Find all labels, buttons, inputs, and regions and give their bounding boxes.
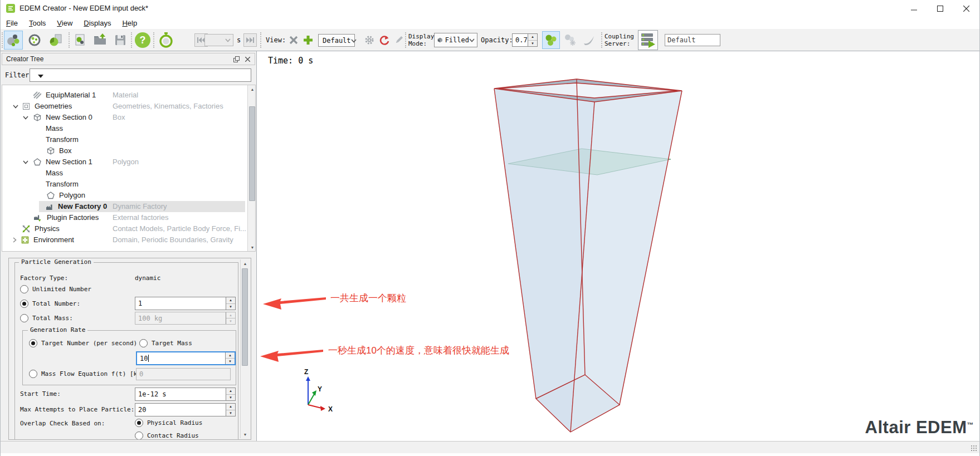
- coupling-server-input[interactable]: Default: [665, 34, 720, 46]
- menu-file[interactable]: File: [1, 18, 23, 28]
- mass-flow-field[interactable]: 0: [136, 368, 231, 380]
- scroll-up-arrow[interactable]: ▲: [241, 259, 250, 267]
- scrollbar-thumb[interactable]: [242, 268, 248, 366]
- display-mode-combo[interactable]: Filled: [434, 33, 477, 47]
- close-icon: [963, 6, 969, 12]
- view-reset-button[interactable]: [378, 33, 391, 47]
- close-button[interactable]: [953, 0, 979, 17]
- edem-creator-window: EDEM Creator - New EDEM input deck* File…: [0, 0, 980, 456]
- toolbar-gripper[interactable]: [601, 32, 602, 48]
- total-mass-field[interactable]: 100 kg ▲▼: [135, 312, 236, 325]
- unlimited-number-radio[interactable]: [20, 285, 28, 293]
- total-mass-spin-buttons[interactable]: ▲▼: [226, 312, 235, 324]
- minimize-button[interactable]: [901, 0, 927, 17]
- simulation-time-button[interactable]: [157, 31, 175, 50]
- resize-grip[interactable]: [971, 445, 977, 452]
- float-panel-button[interactable]: [232, 55, 241, 64]
- time-step-combo[interactable]: [204, 34, 233, 46]
- tree-item-transform[interactable]: Transform: [2, 134, 246, 145]
- minimize-icon: [911, 6, 917, 12]
- total-mass-radio[interactable]: [20, 314, 28, 322]
- simulation-time-display: Time: 0 s: [268, 56, 313, 66]
- creator-icon: [6, 33, 21, 47]
- filter-combo[interactable]: [30, 68, 251, 82]
- tree-item-mass[interactable]: Mass: [2, 168, 246, 179]
- generation-rate-field[interactable]: 10 ▲▼: [136, 351, 236, 365]
- view-preset-combo[interactable]: Default: [318, 34, 355, 47]
- factory-type-label: Factory Type:: [20, 274, 68, 282]
- frozen-particles-icon: [563, 33, 577, 47]
- tree-scrollbar[interactable]: ▲ ▼: [247, 85, 256, 251]
- toolbar-gripper[interactable]: [131, 32, 132, 48]
- help-button[interactable]: ?: [133, 31, 152, 50]
- tree-item-plugin-factories[interactable]: Plugin Factories External factories: [2, 212, 246, 223]
- tree-item-transform[interactable]: Transform: [2, 179, 246, 190]
- tree-item-new-section-0[interactable]: New Section 0 Box: [2, 112, 246, 123]
- tree-item-box[interactable]: Box: [2, 145, 246, 156]
- tree-item-physics[interactable]: Physics Contact Models, Particle Body Fo…: [2, 223, 246, 234]
- coupling-server-button[interactable]: [638, 30, 658, 50]
- scroll-down-arrow[interactable]: ▼: [248, 243, 256, 251]
- filter-label: Filter:: [5, 71, 33, 79]
- unlimited-number-label: Unlimited Number: [32, 286, 91, 293]
- clear-particles-button[interactable]: [580, 31, 598, 49]
- tree-item-new-section-1[interactable]: New Section 1 Polygon: [2, 156, 246, 168]
- toolbar-gripper[interactable]: [2, 32, 3, 48]
- view-delete-button[interactable]: [287, 33, 300, 47]
- view-settings-button[interactable]: [363, 33, 376, 47]
- scroll-down-arrow[interactable]: ▼: [241, 430, 250, 438]
- tree-item-geometries[interactable]: Geometries Geometries, Kinematics, Facto…: [2, 101, 246, 112]
- total-number-radio[interactable]: [20, 300, 28, 308]
- physical-radius-radio[interactable]: [135, 419, 143, 427]
- view-add-button[interactable]: [301, 33, 315, 47]
- start-time-field[interactable]: 1e-12 s ▲▼: [135, 388, 236, 401]
- close-icon: [245, 57, 250, 62]
- tree-item-mass[interactable]: Mass: [2, 123, 246, 134]
- simulator-mode-button[interactable]: [25, 31, 44, 50]
- close-panel-button[interactable]: [243, 55, 252, 64]
- opacity-spin-buttons[interactable]: ▲▼: [528, 34, 537, 46]
- menu-help[interactable]: Help: [116, 18, 143, 28]
- new-deck-icon: [73, 33, 87, 47]
- max-attempts-spin-buttons[interactable]: ▲▼: [226, 404, 235, 416]
- toolbar-gripper[interactable]: [153, 32, 154, 48]
- total-number-spin-buttons[interactable]: ▲▼: [226, 297, 235, 310]
- toolbar-gripper[interactable]: [69, 32, 70, 48]
- start-time-spin-buttons[interactable]: ▲▼: [226, 388, 235, 400]
- analyst-mode-button[interactable]: [46, 31, 65, 50]
- menu-displays[interactable]: Displays: [78, 18, 116, 28]
- creator-mode-button[interactable]: [4, 31, 23, 50]
- tree-item-polygon[interactable]: Polygon: [2, 190, 246, 201]
- new-deck-button[interactable]: [71, 31, 90, 50]
- cube-icon: [437, 36, 443, 44]
- creator-tree-header[interactable]: Creator Tree: [2, 53, 255, 65]
- generation-rate-spin-buttons[interactable]: ▲▼: [225, 352, 235, 364]
- menu-tools[interactable]: Tools: [23, 18, 51, 28]
- mass-flow-radio[interactable]: [29, 370, 37, 378]
- toolbar-gripper[interactable]: [260, 32, 261, 48]
- contact-radius-radio[interactable]: [135, 432, 143, 440]
- target-number-radio[interactable]: [29, 339, 37, 347]
- tree-item-equipmaterial[interactable]: EquipMaterial 1 Material: [2, 90, 246, 101]
- toolbar: ? s View:: [1, 29, 979, 51]
- show-particles-button[interactable]: [542, 31, 560, 49]
- view-edit-button[interactable]: [392, 33, 406, 47]
- freeze-particles-button[interactable]: [561, 31, 579, 49]
- target-mass-radio[interactable]: [139, 339, 148, 347]
- target-number-label: Target Number (per second): [41, 340, 137, 347]
- save-button[interactable]: [111, 31, 130, 50]
- opacity-spinbox[interactable]: 0.7 ▲▼: [512, 33, 538, 47]
- toolbar-gripper[interactable]: [405, 32, 406, 48]
- tree-item-environment[interactable]: Environment Domain, Periodic Boundaries,…: [2, 234, 246, 246]
- particle-panel-scrollbar[interactable]: ▲ ▼: [240, 259, 250, 438]
- skip-to-end-button[interactable]: [243, 33, 257, 47]
- tree-item-new-factory-0[interactable]: New Factory 0 Dynamic Factory: [2, 201, 246, 212]
- open-file-button[interactable]: [91, 31, 110, 50]
- total-number-field[interactable]: 1 ▲▼: [135, 297, 236, 310]
- menu-view[interactable]: View: [51, 18, 78, 28]
- render-viewport[interactable]: Time: 0 s 一共生成一个颗粒 一秒生成10个的速度，意味着很快就能生成 …: [257, 51, 980, 441]
- maximize-button[interactable]: [927, 0, 953, 17]
- scrollbar-thumb[interactable]: [249, 106, 255, 201]
- max-attempts-field[interactable]: 20 ▲▼: [135, 403, 236, 416]
- scroll-up-arrow[interactable]: ▲: [248, 85, 256, 93]
